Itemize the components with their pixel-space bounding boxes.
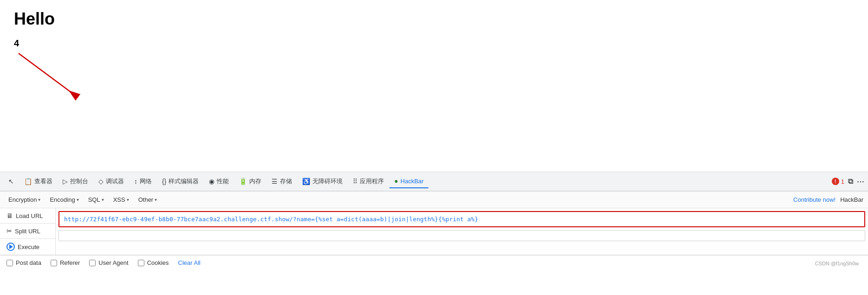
url-input[interactable] [59,212,864,226]
viewer-icon: 📋 [24,178,32,185]
execute-button[interactable]: Execute [0,239,55,255]
tab-memory[interactable]: 🔋 内存 [234,174,266,188]
devtools-right-actions: ! 1 ⧉ ⋯ [832,177,864,186]
split-url-icon: ✂ [6,227,12,235]
menu-encryption[interactable]: Encryption ▾ [5,194,44,205]
cookies-checkbox-label[interactable]: Cookies [138,259,169,266]
hackbar-brand-label: HackBar [840,196,863,203]
post-data-checkbox-label[interactable]: Post data [6,259,41,266]
load-url-icon: 🖥 [6,212,13,219]
applications-icon: ⠿ [353,178,357,185]
page-title: Hello [14,9,854,29]
tab-debugger[interactable]: ◇ 调试器 [94,174,129,188]
tab-viewer[interactable]: 📋 查看器 [19,174,57,188]
xss-chevron-icon: ▾ [127,197,129,202]
copy-panel-icon[interactable]: ⧉ [848,177,853,186]
devtools-toolbar: ↖ 📋 查看器 ▷ 控制台 ◇ 调试器 ↕ 网络 {} 样式编辑器 ◉ 性能 🔋… [0,172,868,191]
tab-console[interactable]: ▷ 控制台 [58,174,93,188]
svg-line-1 [19,53,78,97]
extra-input[interactable] [58,230,865,241]
memory-icon: 🔋 [239,178,247,185]
encoding-chevron-icon: ▾ [77,197,79,202]
arrow-annotation [9,44,84,106]
hackbar-panel: Encryption ▾ Encoding ▾ SQL ▾ XSS ▾ Othe… [0,191,868,270]
contribute-link[interactable]: Contribute now! [793,196,836,203]
load-url-button[interactable]: 🖥 Load URL [0,208,55,224]
hackbar-bottom-wrapper: Post data Referer User Agent Cookies Cle… [0,255,868,270]
csdn-watermark: CSDN @f1ngSh0w [815,261,859,266]
hackbar-actions-panel: 🖥 Load URL ✂ Split URL Execute [0,208,56,255]
execute-play-icon [6,243,15,251]
error-badge[interactable]: ! 1 [832,178,844,185]
inspector-icon: ↖ [8,178,14,185]
menu-other[interactable]: Other ▾ [135,194,161,205]
sql-chevron-icon: ▾ [102,197,104,202]
tab-storage[interactable]: ☰ 存储 [267,174,297,188]
tab-style-editor[interactable]: {} 样式编辑器 [157,174,203,188]
split-url-button[interactable]: ✂ Split URL [0,224,55,239]
network-icon: ↕ [134,178,137,185]
hackbar-input-area [56,208,868,255]
cookies-checkbox[interactable] [138,260,144,266]
tab-accessibility[interactable]: ♿ 无障碍环境 [298,174,347,188]
post-data-checkbox[interactable] [6,260,13,266]
tab-performance[interactable]: ◉ 性能 [204,174,233,188]
referer-checkbox-label[interactable]: Referer [51,259,80,266]
clear-all-button[interactable]: Clear All [178,259,201,266]
debugger-icon: ◇ [98,178,104,185]
encryption-chevron-icon: ▾ [38,197,40,202]
user-agent-checkbox[interactable] [89,260,96,266]
menu-xss[interactable]: XSS ▾ [110,194,133,205]
hackbar-menu-bar: Encryption ▾ Encoding ▾ SQL ▾ XSS ▾ Othe… [0,192,868,208]
style-editor-icon: {} [162,178,166,185]
main-content: Hello 4 [0,0,868,172]
error-circle: ! [832,178,839,185]
tab-applications[interactable]: ⠿ 应用程序 [348,174,389,188]
referer-checkbox[interactable] [51,260,57,266]
url-input-wrapper [58,211,865,227]
page-number: 4 [14,38,854,49]
hackbar-icon: ● [394,177,398,185]
tab-hackbar[interactable]: ● HackBar [389,174,428,188]
accessibility-icon: ♿ [302,178,310,185]
storage-icon: ☰ [272,178,278,185]
console-icon: ▷ [63,178,68,185]
hackbar-url-row: 🖥 Load URL ✂ Split URL Execute [0,208,868,255]
performance-icon: ◉ [209,178,214,185]
user-agent-checkbox-label[interactable]: User Agent [89,259,128,266]
menu-sql[interactable]: SQL ▾ [84,194,108,205]
more-options-icon[interactable]: ⋯ [857,177,864,186]
tab-network[interactable]: ↕ 网络 [130,174,156,188]
menu-encoding[interactable]: Encoding ▾ [46,194,82,205]
hackbar-bottom-bar: Post data Referer User Agent Cookies Cle… [0,255,868,270]
tab-inspector[interactable]: ↖ [4,175,19,188]
other-chevron-icon: ▾ [155,197,157,202]
